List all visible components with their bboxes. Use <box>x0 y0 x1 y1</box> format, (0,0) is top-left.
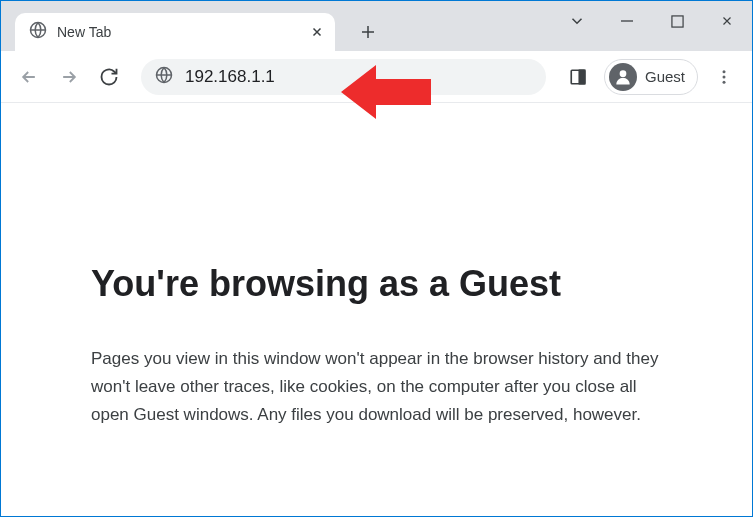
site-info-icon[interactable] <box>155 66 173 88</box>
globe-icon <box>29 21 47 43</box>
tab-close-button[interactable] <box>307 22 327 42</box>
address-bar[interactable] <box>141 59 546 95</box>
avatar-icon <box>609 63 637 91</box>
new-tab-button[interactable] <box>353 17 383 47</box>
svg-point-5 <box>620 70 627 77</box>
forward-button[interactable] <box>51 59 87 95</box>
back-button[interactable] <box>11 59 47 95</box>
svg-point-8 <box>723 80 726 83</box>
profile-label: Guest <box>645 68 685 85</box>
profile-button[interactable]: Guest <box>604 59 698 95</box>
title-bar: New Tab <box>1 1 752 51</box>
window-controls <box>552 1 752 41</box>
maximize-button[interactable] <box>652 1 702 41</box>
close-window-button[interactable] <box>702 1 752 41</box>
toolbar-right: Guest <box>560 59 742 95</box>
tab-title: New Tab <box>57 24 297 40</box>
toolbar: Guest <box>1 51 752 103</box>
page-body-text: Pages you view in this window won't appe… <box>91 345 662 429</box>
side-panel-button[interactable] <box>560 59 596 95</box>
url-input[interactable] <box>185 67 532 87</box>
reload-button[interactable] <box>91 59 127 95</box>
svg-rect-1 <box>671 15 682 26</box>
svg-point-7 <box>723 75 726 78</box>
page-content[interactable]: You're browsing as a Guest Pages you vie… <box>1 103 752 517</box>
page-heading: You're browsing as a Guest <box>91 263 662 305</box>
browser-tab[interactable]: New Tab <box>15 13 335 51</box>
svg-point-6 <box>723 70 726 73</box>
menu-button[interactable] <box>706 59 742 95</box>
search-tabs-button[interactable] <box>552 1 602 41</box>
minimize-button[interactable] <box>602 1 652 41</box>
svg-rect-4 <box>579 70 584 84</box>
